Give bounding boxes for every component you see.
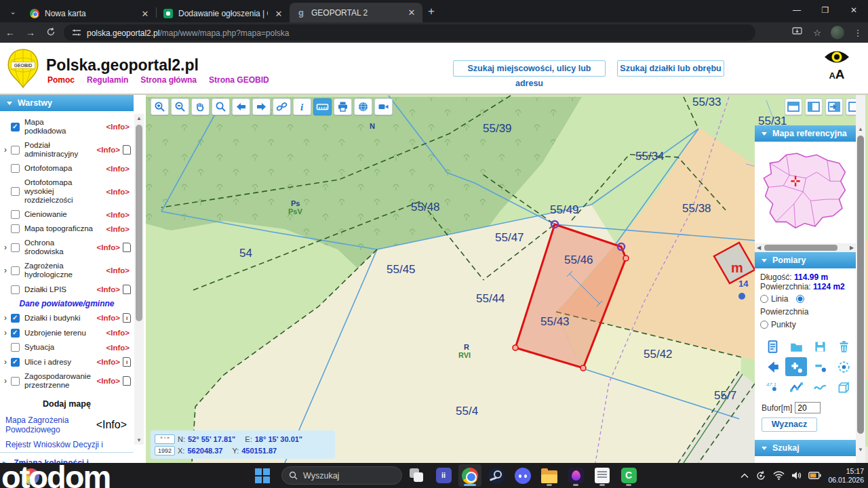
- layer-checkbox[interactable]: [11, 329, 20, 338]
- file-explorer-button[interactable]: [538, 464, 561, 487]
- measure-ruler-icon[interactable]: [313, 98, 332, 115]
- layer-checkbox[interactable]: [11, 224, 20, 233]
- dms-format-button[interactable]: ° ' ": [155, 434, 175, 444]
- chrome-button[interactable]: [458, 464, 481, 487]
- layer-checkbox[interactable]: [11, 210, 20, 219]
- legend-doc-icon[interactable]: [123, 376, 131, 386]
- zoom-window-icon[interactable]: [212, 98, 230, 115]
- pan-hand-icon[interactable]: [191, 98, 210, 115]
- site-info-icon[interactable]: [72, 28, 81, 37]
- url-field[interactable]: polska.geoportal2.pl/map/www/mapa.php?ma…: [64, 24, 755, 41]
- scroll-down-icon[interactable]: ▼: [134, 436, 144, 445]
- zoom-out-icon[interactable]: [171, 98, 189, 115]
- layer-info-link[interactable]: <Info>: [96, 285, 120, 293]
- curve-icon[interactable]: [809, 378, 831, 396]
- tab-close-icon[interactable]: ✕: [140, 9, 151, 19]
- tray-expand-icon[interactable]: [741, 473, 749, 479]
- search-header[interactable]: Szukaj: [755, 440, 856, 456]
- forward-icon[interactable]: →: [20, 27, 41, 38]
- teams-button[interactable]: ii: [432, 464, 455, 487]
- tab-search-icon[interactable]: ⌄: [5, 4, 20, 19]
- determine-button[interactable]: Wyznacz: [762, 418, 817, 432]
- layer-checkbox[interactable]: [11, 285, 20, 294]
- legend-doc-icon[interactable]: [123, 285, 131, 294]
- nav-regulamin[interactable]: Regulamin: [87, 75, 128, 85]
- minimize-button[interactable]: —: [783, 0, 811, 20]
- install-app-icon[interactable]: [787, 27, 807, 38]
- expand-icon[interactable]: ›: [0, 376, 11, 386]
- layer-info-link[interactable]: <Info>: [96, 358, 120, 366]
- layer-info-link[interactable]: <Info>: [106, 165, 130, 173]
- layer-info-link[interactable]: <Info>: [106, 211, 130, 219]
- cube-3d-icon[interactable]: [833, 378, 854, 396]
- search-address-button[interactable]: Szukaj miejscowości, ulicy lub adresu: [453, 60, 606, 77]
- sidebar-scrollbar[interactable]: ▲ ▼: [134, 114, 144, 445]
- buffer-input[interactable]: [795, 402, 821, 413]
- radio-linia[interactable]: Linia: [760, 294, 788, 304]
- geobid-logo[interactable]: GEOBID: [7, 48, 39, 92]
- layer-info-link[interactable]: <Info>: [96, 314, 120, 322]
- open-folder-icon[interactable]: [785, 337, 807, 356]
- radio-punkty[interactable]: Punkty: [760, 320, 796, 329]
- move-point-icon[interactable]: [833, 357, 854, 376]
- layer-checkbox[interactable]: [11, 164, 20, 173]
- font-size-toggle[interactable]: AA: [819, 67, 854, 82]
- print-icon[interactable]: [334, 98, 352, 115]
- nav-pomoc[interactable]: Pomoc: [47, 75, 75, 85]
- sync-account-icon[interactable]: [755, 470, 766, 481]
- legend-info-doc-icon[interactable]: i: [123, 313, 131, 323]
- taskbar-clock[interactable]: 15:17 06.01.2026: [828, 467, 864, 485]
- measurement-vertex[interactable]: [580, 365, 586, 371]
- layer-info-link[interactable]: <Info>: [106, 266, 130, 274]
- measurement-vertex[interactable]: [623, 256, 629, 261]
- measurements-header[interactable]: Pomiary: [755, 252, 856, 268]
- crs-button[interactable]: 1992: [155, 446, 175, 455]
- restore-button[interactable]: ❐: [811, 0, 840, 20]
- undo-point-icon[interactable]: [762, 357, 783, 376]
- layer-info-link[interactable]: <Info>: [106, 329, 130, 337]
- layout-move-panel-icon[interactable]: [825, 98, 843, 115]
- search-parcel-button[interactable]: Szukaj działki lub obrębu: [617, 60, 724, 77]
- page-scrollbar[interactable]: ▲ ▼: [856, 95, 865, 463]
- legend-doc-icon[interactable]: [123, 145, 131, 155]
- save-icon[interactable]: [809, 337, 831, 356]
- layer-checkbox[interactable]: [11, 123, 20, 131]
- layer-checkbox[interactable]: [11, 146, 20, 155]
- layout-top-icon[interactable]: [785, 98, 802, 115]
- scrollbar-thumb[interactable]: [857, 136, 864, 434]
- layout-left-icon[interactable]: [805, 98, 823, 115]
- c-app-button[interactable]: C: [617, 464, 640, 487]
- remove-point-icon[interactable]: [809, 357, 831, 376]
- scroll-down-icon[interactable]: ▼: [856, 445, 865, 454]
- accessibility-controls[interactable]: AA: [819, 48, 854, 82]
- scrollbar-thumb[interactable]: [136, 125, 142, 321]
- steam-button[interactable]: [485, 464, 508, 487]
- add-point-icon[interactable]: [785, 357, 807, 376]
- expand-icon[interactable]: ›: [0, 328, 11, 338]
- layer-info-link[interactable]: <Info>: [106, 344, 130, 352]
- expand-icon[interactable]: ›: [0, 243, 11, 252]
- previous-view-icon[interactable]: [232, 98, 250, 115]
- tab-geoportal[interactable]: g GEOPORTAL 2 ✕: [290, 3, 422, 22]
- reload-icon[interactable]: [41, 27, 61, 39]
- tab-nowa-karta[interactable]: Nowa karta ✕: [23, 5, 156, 22]
- expand-icon[interactable]: ›: [0, 313, 11, 323]
- layer-info-link[interactable]: <Info>: [106, 123, 130, 131]
- legend-info-doc-icon[interactable]: i: [123, 357, 131, 367]
- bookmark-star-icon[interactable]: ☆: [807, 28, 827, 38]
- volume-icon[interactable]: [791, 471, 802, 480]
- layer-info-link[interactable]: <Info>: [106, 188, 130, 196]
- battery-icon[interactable]: [808, 472, 821, 479]
- info-icon[interactable]: i: [293, 98, 311, 115]
- back-icon[interactable]: ←: [0, 27, 20, 38]
- purple-app-button[interactable]: [564, 464, 587, 487]
- start-button[interactable]: [251, 464, 274, 487]
- layer-checkbox[interactable]: [11, 358, 20, 367]
- tab-close-icon[interactable]: ✕: [273, 9, 284, 19]
- layer-info-link[interactable]: <Info>: [96, 243, 120, 251]
- profile-avatar[interactable]: [831, 26, 844, 39]
- close-button[interactable]: ✕: [840, 0, 868, 20]
- flood-map-link[interactable]: Mapa Zagrożenia Powodziowego: [5, 415, 80, 434]
- scrollbar-thumb[interactable]: [764, 245, 837, 251]
- layer-checkbox[interactable]: [11, 243, 20, 252]
